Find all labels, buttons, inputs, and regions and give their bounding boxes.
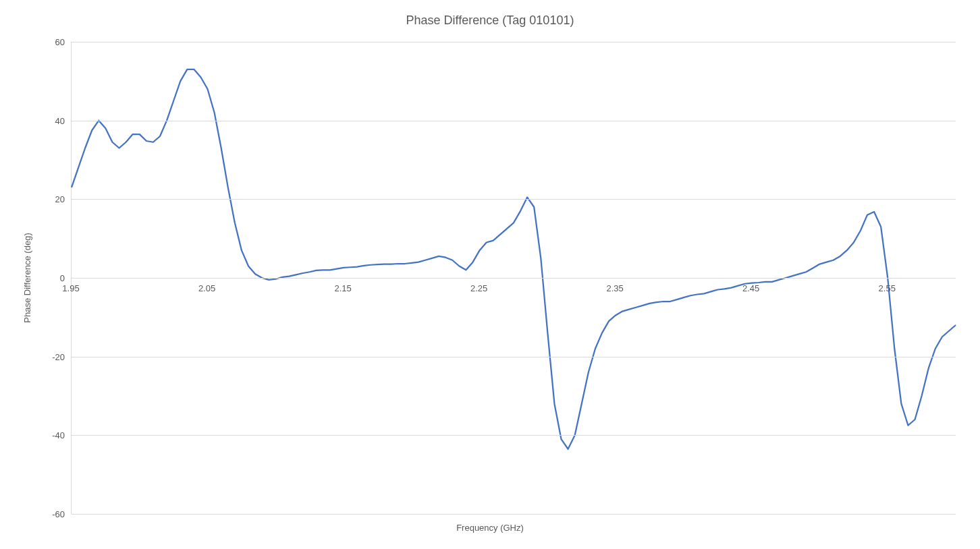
plot-area	[71, 42, 956, 514]
gridline	[72, 278, 956, 279]
x-tick-label: 1.95	[62, 283, 79, 293]
gridline	[72, 357, 956, 357]
y-tick-label: 0	[38, 273, 65, 283]
y-tick-label: 20	[38, 194, 65, 204]
gridline	[72, 199, 956, 200]
x-tick-label: 2.25	[470, 283, 487, 293]
chart-title: Phase Difference (Tag 010101)	[0, 13, 980, 28]
x-tick-label: 2.05	[198, 283, 215, 293]
x-tick-label: 2.35	[606, 283, 623, 293]
chart-container: Phase Difference (Tag 010101) Phase Diff…	[0, 0, 980, 549]
y-tick-label: 40	[38, 115, 65, 125]
gridline	[72, 42, 956, 42]
gridline	[72, 121, 956, 121]
y-tick-label: -40	[38, 430, 65, 440]
series-path	[72, 69, 956, 449]
y-tick-label: 60	[38, 37, 65, 47]
x-tick-label: 2.15	[334, 283, 351, 293]
x-tick-label: 2.55	[879, 283, 896, 293]
y-axis-title: Phase Difference (deg)	[22, 233, 32, 322]
y-tick-label: -60	[38, 509, 65, 519]
x-tick-label: 2.45	[742, 283, 759, 293]
x-axis-title: Frequency (GHz)	[456, 523, 524, 533]
gridline	[72, 435, 956, 436]
gridline	[72, 514, 956, 515]
y-tick-label: -20	[38, 351, 65, 362]
